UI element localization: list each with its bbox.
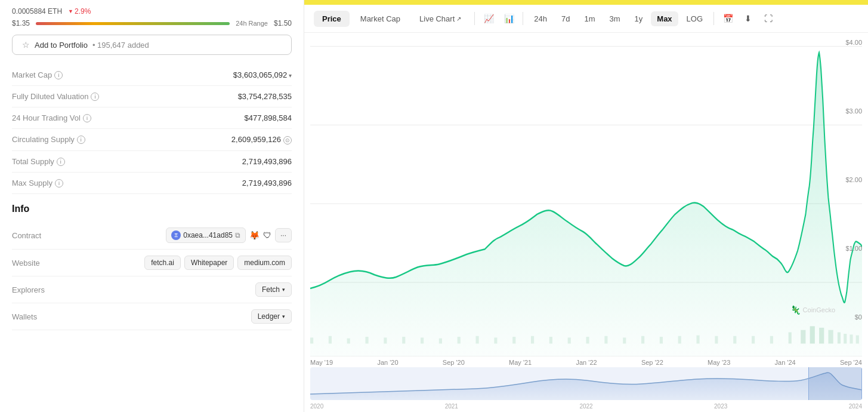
- stat-row: Total Supplyi2,719,493,896: [12, 151, 292, 173]
- time-7d[interactable]: 7d: [555, 11, 576, 26]
- add-portfolio-button[interactable]: ☆ Add to Portfolio • 195,647 added: [12, 35, 292, 55]
- expand-icon[interactable]: ▾: [287, 72, 292, 79]
- info-icon[interactable]: i: [55, 179, 63, 187]
- svg-rect-14: [476, 336, 479, 344]
- contract-row: Contract Ξ 0xaea...41ad85 ⧉ 🦊 🛡 ···: [12, 222, 292, 250]
- info-icon[interactable]: i: [57, 158, 65, 166]
- stat-label: Fully Diluted Valuationi: [12, 86, 177, 107]
- svg-rect-35: [828, 330, 833, 344]
- log-btn[interactable]: LOG: [681, 11, 709, 26]
- calendar-icon-btn[interactable]: 📅: [719, 10, 737, 27]
- stat-row: Market Capi$3,603,065,092 ▾: [12, 64, 292, 86]
- svg-rect-12: [439, 339, 442, 344]
- contract-values: Ξ 0xaea...41ad85 ⧉ 🦊 🛡 ···: [166, 227, 292, 243]
- svg-rect-7: [347, 339, 350, 344]
- explorers-values: Fetch ▾: [255, 282, 292, 297]
- info-icon[interactable]: i: [91, 93, 99, 101]
- tab-live-chart[interactable]: Live Chart ↗: [411, 11, 469, 27]
- stat-value: $3,754,278,535: [177, 86, 292, 107]
- mini-label-2020: 2020: [310, 403, 323, 410]
- portfolio-count: • 195,647 added: [92, 41, 149, 50]
- info-icon[interactable]: i: [77, 136, 85, 144]
- x-label-may23: May '23: [708, 359, 730, 366]
- time-3m[interactable]: 3m: [604, 11, 626, 26]
- line-chart-icon-btn[interactable]: 📈: [480, 10, 498, 27]
- svg-rect-15: [494, 337, 497, 343]
- explorer-value: Fetch: [262, 285, 280, 294]
- mini-label-2021: 2021: [445, 403, 458, 410]
- stat-row: Fully Diluted Valuationi$3,754,278,535: [12, 86, 292, 107]
- range-bar: [36, 22, 230, 25]
- mini-chart-svg: [310, 367, 862, 400]
- tab-market-cap[interactable]: Market Cap: [352, 11, 409, 27]
- time-1m[interactable]: 1m: [578, 11, 601, 26]
- info-icon[interactable]: i: [54, 71, 63, 79]
- svg-rect-26: [697, 336, 700, 344]
- svg-rect-16: [512, 337, 515, 343]
- eth-icon: Ξ: [171, 230, 181, 240]
- svg-rect-20: [586, 337, 589, 343]
- bar-chart-icon-btn[interactable]: 📊: [500, 10, 518, 27]
- x-label-jan24: Jan '24: [775, 359, 796, 366]
- right-panel: Price Market Cap Live Chart ↗ 📈 📊 24h 7d…: [304, 0, 868, 412]
- stat-label: Circulating Supplyi: [12, 129, 177, 150]
- explorers-row: Explorers Fetch ▾: [12, 276, 292, 303]
- range-low: $1.35: [12, 19, 30, 27]
- shield-icon[interactable]: 🛡: [263, 230, 271, 240]
- svg-rect-24: [660, 337, 663, 343]
- range-bar-row: $1.35 24h Range $1.50: [12, 19, 292, 27]
- time-1y[interactable]: 1y: [629, 11, 649, 26]
- stat-value: 2,719,493,896: [177, 151, 292, 173]
- more-button[interactable]: ···: [275, 228, 292, 242]
- stat-value: 2,719,493,896: [177, 173, 292, 194]
- svg-rect-28: [733, 336, 736, 344]
- stat-label: Market Capi: [12, 64, 177, 85]
- nav-divider-2: [523, 12, 523, 25]
- wallets-row: Wallets Ledger ▾: [12, 303, 292, 330]
- website-whitepaper-btn[interactable]: Whitepaper: [184, 256, 234, 270]
- time-24h[interactable]: 24h: [528, 11, 553, 26]
- website-values: fetch.ai Whitepaper medium.com: [144, 256, 292, 270]
- x-label-jan20: Jan '20: [377, 359, 398, 366]
- chart-area: $4.00 $3.00 $2.00 $1.00 $0 🦎 CoinGecko: [304, 33, 868, 356]
- fullscreen-icon-btn[interactable]: ⛶: [759, 10, 777, 27]
- tab-price[interactable]: Price: [314, 11, 350, 27]
- stat-row: Max Supplyi2,719,493,896: [12, 173, 292, 194]
- svg-rect-23: [641, 336, 644, 344]
- mini-chart-area[interactable]: [310, 367, 862, 400]
- contract-label: Contract: [12, 231, 66, 240]
- info-icon[interactable]: i: [83, 114, 91, 122]
- time-max[interactable]: Max: [651, 11, 678, 26]
- stat-label: Total Supplyi: [12, 151, 177, 172]
- website-fetch-btn[interactable]: fetch.ai: [144, 256, 181, 270]
- chevron-down-icon: ▾: [282, 287, 285, 293]
- svg-rect-5: [310, 337, 313, 343]
- website-label: Website: [12, 259, 66, 268]
- svg-rect-27: [715, 336, 718, 344]
- stat-label: Max Supplyi: [12, 173, 177, 193]
- svg-rect-8: [366, 337, 369, 343]
- download-icon-btn[interactable]: ⬇: [739, 10, 757, 27]
- svg-rect-33: [810, 326, 815, 343]
- svg-rect-13: [458, 337, 461, 343]
- contract-address: 0xaea...41ad85: [183, 231, 233, 239]
- mini-chart-selection[interactable]: [808, 367, 862, 400]
- wallets-dropdown[interactable]: Ledger ▾: [251, 309, 292, 324]
- svg-rect-25: [678, 336, 681, 344]
- eth-price: 0.0005884 ETH: [12, 7, 62, 16]
- website-row: Website fetch.ai Whitepaper medium.com: [12, 250, 292, 276]
- svg-rect-29: [752, 336, 755, 344]
- website-medium-btn[interactable]: medium.com: [237, 256, 292, 270]
- nav-divider-3: [713, 12, 714, 25]
- mini-label-2023: 2023: [714, 403, 727, 410]
- contract-badge[interactable]: Ξ 0xaea...41ad85 ⧉: [166, 227, 246, 243]
- metamask-icon[interactable]: 🦊: [249, 230, 260, 240]
- explorers-dropdown[interactable]: Fetch ▾: [255, 282, 292, 297]
- copy-icon[interactable]: ⧉: [235, 231, 240, 239]
- yellow-banner: [304, 0, 868, 5]
- supply-icon[interactable]: ⊙: [283, 136, 292, 144]
- nav-divider: [474, 12, 475, 25]
- left-panel: 0.0005884 ETH 2.9% $1.35 24h Range $1.50…: [0, 0, 304, 412]
- svg-rect-17: [531, 336, 534, 344]
- svg-rect-6: [329, 336, 332, 344]
